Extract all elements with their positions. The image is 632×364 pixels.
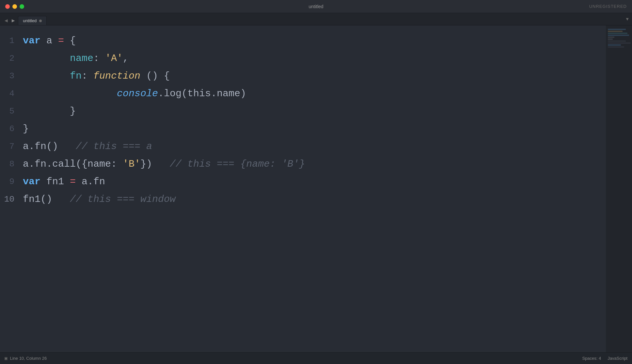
comment-8: // this === {name: 'B'} — [170, 159, 305, 170]
obj-key-name: name — [70, 53, 93, 64]
code-line-2: name : 'A' , — [20, 50, 606, 67]
code-line-9: var fn1 = a.fn — [20, 173, 606, 190]
keyword-function: function — [93, 70, 140, 82]
code-line-4: console .log(this.name) — [20, 85, 606, 102]
line-num-9: 9 — [0, 173, 14, 190]
line-num-2: 2 — [0, 50, 14, 67]
operator-eq-1: = — [58, 35, 64, 46]
tab-untitled[interactable]: untitled — [18, 16, 47, 25]
window-title: untitled — [308, 4, 323, 9]
close-button[interactable] — [5, 4, 10, 9]
line-numbers: 1 2 3 4 5 6 7 8 9 10 — [0, 25, 20, 352]
line-num-10: 10 — [0, 190, 14, 208]
code-line-1: var a = { — [20, 32, 606, 50]
status-icon: ▣ — [5, 356, 7, 361]
line-num-1: 1 — [0, 32, 14, 50]
tab-label: untitled — [23, 18, 37, 23]
window-controls — [5, 4, 24, 9]
line-num-7: 7 — [0, 138, 14, 155]
line-num-8: 8 — [0, 155, 14, 173]
operator-eq-9: = — [70, 176, 76, 187]
line-num-6: 6 — [0, 120, 14, 138]
unregistered-label: UNREGISTERED — [589, 4, 627, 9]
console-keyword: console — [117, 88, 158, 99]
status-position: Line 10, Column 26 — [10, 356, 47, 361]
string-b: 'B' — [123, 159, 140, 170]
string-a: 'A' — [105, 53, 123, 64]
status-spaces: Spaces: 4 — [582, 356, 601, 361]
minimap-content — [608, 29, 631, 48]
comment-7: // this === a — [76, 141, 152, 152]
code-line-5: } — [20, 102, 606, 120]
comment-10: // this === window — [70, 194, 176, 205]
keyword-var-1: var — [23, 35, 40, 46]
keyword-var-9: var — [23, 176, 40, 187]
editor[interactable]: 1 2 3 4 5 6 7 8 9 10 var a = { name : 'A… — [0, 25, 632, 352]
minimap — [606, 25, 632, 352]
tab-dropdown-icon[interactable]: ▼ — [626, 17, 629, 22]
status-language: JavaScript — [608, 356, 627, 361]
tab-modified-dot — [39, 20, 42, 22]
code-line-7: a.fn() // this === a — [20, 138, 606, 155]
code-line-8: a.fn.call({name: 'B' }) // this === {nam… — [20, 155, 606, 173]
line-num-3: 3 — [0, 67, 14, 85]
code-line-3: fn : function () { — [20, 67, 606, 85]
line-num-5: 5 — [0, 102, 14, 120]
tab-nav-left-icon[interactable]: ◀ — [3, 16, 10, 25]
code-line-6: } — [20, 120, 606, 138]
status-bar: ▣ Line 10, Column 26 Spaces: 4 JavaScrip… — [0, 352, 632, 364]
maximize-button[interactable] — [20, 4, 24, 9]
line-num-4: 4 — [0, 85, 14, 102]
code-area[interactable]: var a = { name : 'A' , fn : function () … — [20, 25, 606, 352]
title-bar: untitled UNREGISTERED — [0, 0, 632, 13]
status-right: Spaces: 4 JavaScript — [582, 356, 627, 361]
minimize-button[interactable] — [12, 4, 17, 9]
obj-key-fn: fn — [70, 70, 82, 82]
tab-bar: ◀ ▶ untitled ▼ — [0, 13, 632, 25]
code-line-10: fn1() // this === window — [20, 190, 606, 208]
tab-nav-right-icon[interactable]: ▶ — [10, 16, 17, 25]
